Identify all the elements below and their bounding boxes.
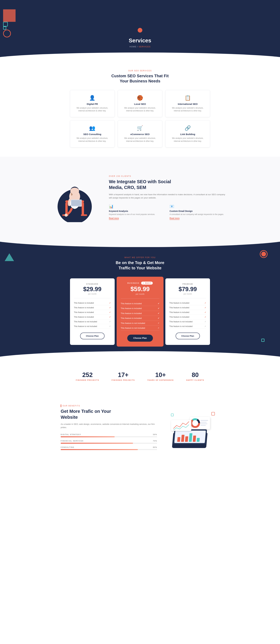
benefits-wrapper: OUR BENEFITS Get More Trafic on Your Web…: [0, 392, 280, 468]
plan-feature-item: This feature is not included ✗: [74, 324, 111, 329]
plan-feature-item: This feature is included ✓: [74, 305, 111, 310]
plan-feature-item: This feature is included ✓: [169, 301, 206, 305]
choose-plan-button[interactable]: Choose Plan: [176, 332, 200, 339]
page-title: Services: [3, 38, 277, 44]
feature-text: This feature is included: [121, 312, 142, 314]
read-more-link[interactable]: Read more: [169, 217, 179, 220]
progress-bar-bg: [61, 436, 157, 437]
read-more-link[interactable]: Read more: [109, 217, 119, 220]
progress-label: DIGITAL STRATEGY 56%: [61, 434, 157, 436]
progress-label-text: DIGITAL STRATEGY: [61, 434, 81, 436]
choose-plan-button[interactable]: Choose Plan: [127, 334, 153, 342]
pricing-label: WHAT WE OFFER FOR YOU: [6, 256, 274, 258]
benefits-title: Get More Trafic on Your Website: [61, 408, 157, 420]
hero-wave: [0, 52, 280, 60]
service-icon: 🛒: [121, 125, 159, 131]
plan-feature-item: This feature is included ✓: [169, 305, 206, 310]
service-name: SEO Consulting: [73, 133, 111, 136]
stat-label: YEARS OF EXPERIENCE: [147, 379, 174, 381]
check-icon: ✓: [158, 307, 159, 310]
feature-text: This feature is not included: [74, 325, 97, 328]
check-icon: ✓: [158, 302, 159, 305]
plan-price: $79.99: [169, 286, 206, 292]
progress-bar-fill: [61, 436, 115, 437]
progress-label-text: CONSULTING: [61, 446, 74, 448]
check-icon: ✓: [205, 311, 206, 314]
progress-percent: 56%: [153, 434, 157, 436]
check-icon: ✓: [205, 306, 206, 309]
breadcrumb: HOME / SERVICES: [3, 46, 277, 48]
feature-text: This feature is included: [121, 302, 142, 305]
pricing-card-standard: STANDARD $29.99 per month This feature i…: [70, 278, 115, 345]
plan-period: per month: [121, 293, 159, 295]
feature-card-icon: 📊: [109, 204, 166, 208]
progress-bar-bg: [61, 449, 157, 450]
pricing-decoration-triangle: [5, 253, 14, 261]
feature-text: This feature is included: [169, 302, 189, 304]
choose-plan-button[interactable]: Choose Plan: [80, 332, 104, 339]
pricing-wave-top: [0, 238, 280, 247]
service-desc: We analyze your website's structure, int…: [169, 137, 207, 142]
plan-price: $29.99: [74, 286, 111, 292]
service-icon: 👤: [73, 95, 111, 101]
plan-feature-item: This feature is included ✓: [169, 315, 206, 319]
plan-feature-item: This feature is included ✓: [169, 310, 206, 315]
person-illustration: [53, 172, 100, 222]
benefits-illustration: [166, 404, 219, 451]
integrate-title: We Integrate SEO with Social Media, CRO,…: [109, 179, 227, 190]
service-desc: We analyze your website's structure, int…: [121, 106, 159, 112]
svg-point-24: [193, 421, 197, 425]
pricing-wave-bottom: [0, 351, 280, 360]
benefits-desc: As a leader in SEO, web design, ecommerc…: [61, 422, 157, 429]
plan-label: PREMIUM: [169, 283, 206, 285]
progress-bars: DIGITAL STRATEGY 56% FINANCIAL SERVICES …: [61, 434, 157, 450]
svg-rect-9: [71, 200, 81, 206]
feature-cards: 📊 Keyword Analysis Keyword analysis is o…: [109, 204, 227, 220]
services-grid: 👤 Digital PR We analyze your website's s…: [70, 90, 210, 148]
service-name: Digital PR: [73, 103, 111, 105]
feature-text: This feature is included: [169, 311, 189, 314]
service-card: 👥 SEO Consulting We analyze your website…: [70, 120, 115, 147]
services-section-label: OUR SEO SERVICES: [6, 70, 274, 72]
feature-text: This feature is not included: [169, 320, 192, 323]
integrate-section: OVER 150 CLIENTS We Integrate SEO with S…: [47, 163, 233, 232]
progress-label: FINANCIAL SERVICES 75%: [61, 440, 157, 442]
plan-divider: [121, 298, 159, 299]
check-icon: ✓: [109, 316, 111, 318]
stat-label: HAPPY CLIENTS: [186, 379, 204, 381]
plan-feature-item: This feature is not included ✗: [121, 326, 159, 331]
pricing-title: Be on the Top & Get More Traffic to Your…: [6, 260, 274, 270]
feature-text: This feature is not included: [169, 325, 192, 328]
svg-rect-16: [185, 436, 188, 442]
plan-feature-item: This feature is not included ✗: [169, 319, 206, 324]
service-name: International SEO: [169, 103, 207, 105]
service-card: 🏀 Local SEO We analyze your website's st…: [118, 90, 162, 117]
check-icon: ✓: [205, 302, 206, 304]
benefits-section: OUR BENEFITS Get More Trafic on Your Web…: [54, 395, 226, 465]
plan-features: This feature is included ✓ This feature …: [74, 301, 111, 329]
progress-item: FINANCIAL SERVICES 75%: [61, 440, 157, 444]
dashboard-illustration: [166, 404, 219, 451]
feature-text: This feature is included: [74, 306, 94, 309]
breadcrumb-separator: /: [137, 46, 138, 48]
integrate-desc: With a keyword analysis in hand, we now …: [109, 193, 227, 200]
plan-feature-item: This feature is included ✓: [74, 315, 111, 319]
plan-feature-item: This feature is included ✓: [121, 306, 159, 311]
pricing-cards: STANDARD $29.99 per month This feature i…: [70, 278, 210, 345]
stats-section: 252 FINISHED PROJECTS 17+ FINISHED PROJE…: [0, 360, 280, 392]
service-card: 👤 Digital PR We analyze your website's s…: [70, 90, 115, 117]
breadcrumb-home[interactable]: HOME: [130, 46, 137, 48]
service-desc: We analyze your website's structure, int…: [73, 106, 111, 112]
stat-item: 80 HAPPY CLIENTS: [186, 372, 204, 381]
svg-rect-30: [171, 414, 173, 416]
feature-card-desc: Keyword analysis is one of our most popu…: [109, 213, 166, 216]
feature-text: This feature is included: [74, 316, 94, 318]
feature-text: This feature is included: [121, 317, 142, 320]
plan-features: This feature is included ✓ This feature …: [169, 301, 206, 329]
benefits-label: OUR BENEFITS: [63, 405, 80, 407]
x-icon: ✗: [158, 322, 159, 324]
service-card: 📋 International SEO We analyze your webs…: [165, 90, 210, 117]
progress-bar-bg: [61, 443, 157, 444]
stat-item: 17+ FINISHED PROJECTS: [112, 372, 135, 381]
feature-text: This feature is included: [169, 306, 189, 309]
